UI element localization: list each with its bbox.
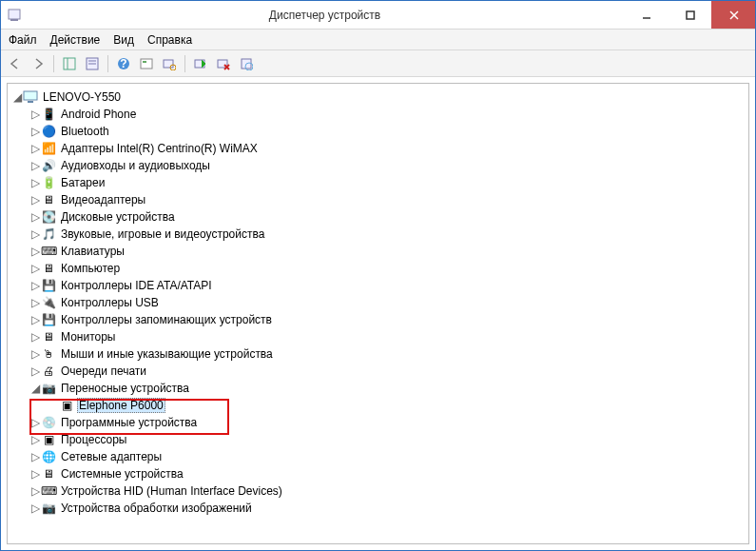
svg-rect-14 [143,61,146,63]
expand-arrow-icon[interactable]: ▷ [29,467,41,481]
device-icon: 💽 [41,209,56,225]
expand-arrow-icon[interactable]: ▷ [29,296,41,309]
minimize-button[interactable] [624,1,668,29]
expand-arrow-icon[interactable]: ▷ [29,279,41,292]
expand-arrow-icon[interactable]: ▷ [29,313,41,326]
expand-arrow-icon[interactable]: ▷ [29,227,41,241]
help-button[interactable]: ? [113,53,134,74]
menubar: Файл Действие Вид Справка [1,30,755,50]
expand-arrow-icon[interactable]: ▷ [29,502,41,515]
node-label[interactable]: Elephone P6000 [77,398,165,413]
expand-arrow-icon[interactable]: ▷ [29,347,41,361]
tree-node[interactable]: ▷ 🖥 Компьютер [29,260,748,276]
node-label[interactable]: Видеоадаптеры [59,193,147,207]
expand-arrow-icon[interactable]: ▷ [29,433,41,446]
uninstall-button[interactable] [213,53,234,74]
update-driver-button[interactable] [190,53,211,74]
expand-arrow-icon[interactable]: ▷ [29,450,41,463]
menu-file[interactable]: Файл [9,33,37,47]
back-button[interactable] [5,53,26,74]
node-label[interactable]: Аудиовходы и аудиовыходы [59,159,212,172]
node-label[interactable]: Клавиатуры [59,245,126,258]
node-label[interactable]: Процессоры [59,433,129,446]
root-label[interactable]: LENOVO-Y550 [41,90,123,104]
node-label[interactable]: Контроллеры USB [59,296,161,309]
tree-node[interactable]: ▷ 📶 Адаптеры Intel(R) Centrino(R) WiMAX [29,140,748,156]
expand-arrow-icon[interactable]: ▷ [29,330,41,344]
maximize-button[interactable] [668,1,711,29]
node-label[interactable]: Контроллеры запоминающих устройств [59,313,274,326]
device-icon: 🔵 [41,124,56,139]
tree-node[interactable]: ▷ 🖥 Видеоадаптеры [29,191,748,207]
expand-arrow-icon[interactable]: ▷ [29,159,41,172]
expand-arrow-icon[interactable]: ◢ [29,382,41,395]
tree-node[interactable]: ▷ 🖥 Мониторы [29,328,748,344]
tree-node[interactable]: ▷ 💾 Контроллеры IDE ATA/ATAPI [29,277,748,293]
tree-node[interactable]: ▷ 🖥 Системные устройства [29,465,748,482]
tree-node[interactable]: ▷ ▣ Процессоры [29,431,748,447]
tree-child-node[interactable]: ▣ Elephone P6000 [48,397,748,413]
menu-view[interactable]: Вид [113,33,134,47]
tree-node[interactable]: ▷ 🔋 Батареи [29,174,748,190]
node-label[interactable]: Звуковые, игровые и видеоустройства [59,227,266,241]
device-icon: 📷 [41,381,56,396]
expand-arrow-icon[interactable]: ▷ [29,484,41,498]
tree-node[interactable]: ▷ 🌐 Сетевые адаптеры [29,448,748,464]
node-label[interactable]: Контроллеры IDE ATA/ATAPI [59,279,214,292]
computer-icon [23,89,38,105]
node-label[interactable]: Устройства обработки изображений [59,502,254,515]
root-node[interactable]: ◢ LENOVO-Y550 ▷ 📱 Android Phone ▷ 🔵 Blue… [11,89,748,516]
device-icon: 🔋 [41,175,56,190]
tree-node[interactable]: ◢ 📷 Переносные устройства ▣ Elephone P60… [29,380,748,413]
node-label[interactable]: Android Phone [59,108,138,121]
scan-hardware-button[interactable] [159,53,180,74]
show-hide-tree-button[interactable] [59,53,80,74]
node-label[interactable]: Bluetooth [59,125,111,138]
menu-action[interactable]: Действие [50,33,101,47]
expand-arrow-icon[interactable]: ▷ [29,210,41,224]
forward-button[interactable] [28,53,48,74]
tree-node[interactable]: ▷ ⌨ Клавиатуры [29,243,748,259]
expand-arrow-icon[interactable]: ▷ [29,245,41,258]
node-label[interactable]: Мыши и иные указывающие устройства [59,347,275,361]
tree-node[interactable]: ▷ 🖱 Мыши и иные указывающие устройства [29,345,748,362]
tree-node[interactable]: ▷ 📷 Устройства обработки изображений [29,500,748,516]
expand-arrow-icon[interactable]: ▷ [29,108,41,121]
expand-arrow-icon[interactable]: ▷ [29,416,41,429]
expand-arrow-icon[interactable]: ▷ [29,142,41,155]
tree-node[interactable]: ▷ 🔊 Аудиовходы и аудиовыходы [29,157,748,173]
expand-arrow-icon[interactable]: ▷ [29,262,41,275]
expand-arrow-icon[interactable]: ▷ [29,364,41,378]
node-label[interactable]: Системные устройства [59,467,185,481]
node-label[interactable]: Устройства HID (Human Interface Devices) [59,484,284,498]
tree-node[interactable]: ▷ 💽 Дисковые устройства [29,208,748,225]
tb-icon[interactable] [236,53,257,74]
node-label[interactable]: Компьютер [59,262,122,275]
tree-node[interactable]: ▷ 📱 Android Phone [29,106,748,122]
properties-button[interactable] [82,53,103,74]
node-label[interactable]: Очереди печати [59,364,148,378]
device-tree[interactable]: ◢ LENOVO-Y550 ▷ 📱 Android Phone ▷ 🔵 Blue… [7,83,749,544]
titlebar: Диспетчер устройств [1,1,755,30]
tb-icon[interactable] [136,53,157,74]
expand-arrow-icon[interactable]: ▷ [29,193,41,207]
node-label[interactable]: Сетевые адаптеры [59,450,164,463]
node-label[interactable]: Адаптеры Intel(R) Centrino(R) WiMAX [59,142,260,155]
tree-node[interactable]: ▷ 💾 Контроллеры запоминающих устройств [29,311,748,327]
tree-node[interactable]: ▷ 🖨 Очереди печати [29,363,748,379]
node-label[interactable]: Переносные устройства [59,382,191,395]
tree-node[interactable]: ▷ 🎵 Звуковые, игровые и видеоустройства [29,226,748,242]
tree-node[interactable]: ▷ 🔌 Контроллеры USB [29,294,748,310]
menu-help[interactable]: Справка [147,33,192,47]
expand-arrow-icon[interactable]: ▷ [29,176,41,189]
node-label[interactable]: Мониторы [59,330,117,344]
node-label[interactable]: Программные устройства [59,416,199,429]
tree-node[interactable]: ▷ 💿 Программные устройства [29,414,748,430]
node-label[interactable]: Дисковые устройства [59,210,177,224]
tree-node[interactable]: ▷ ⌨ Устройства HID (Human Interface Devi… [29,482,748,499]
node-label[interactable]: Батареи [59,176,107,189]
expand-arrow-icon[interactable]: ◢ [11,90,23,104]
close-button[interactable] [711,1,755,29]
tree-node[interactable]: ▷ 🔵 Bluetooth [29,123,748,139]
expand-arrow-icon[interactable]: ▷ [29,125,41,138]
